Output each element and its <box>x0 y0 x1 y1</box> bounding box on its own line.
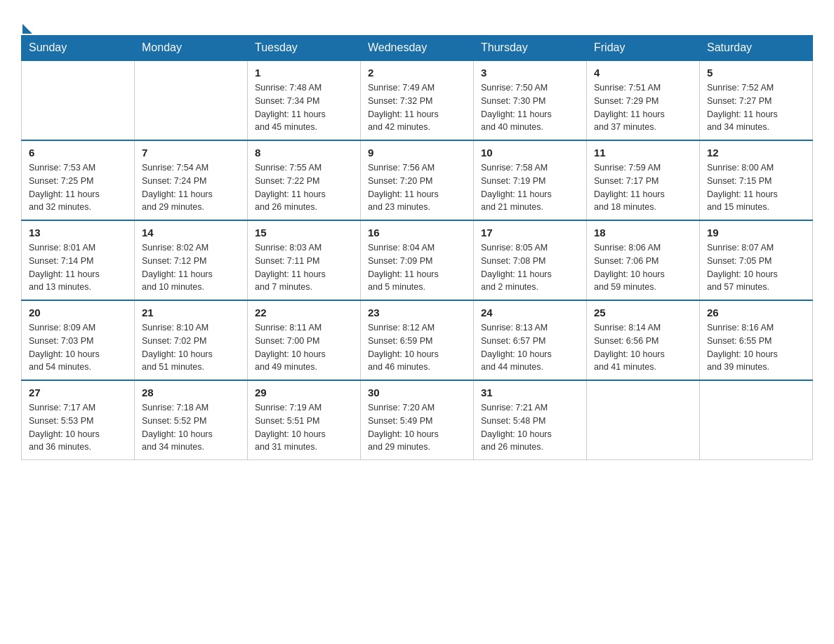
calendar-header-row: SundayMondayTuesdayWednesdayThursdayFrid… <box>22 36 813 61</box>
calendar-week-row: 27Sunrise: 7:17 AMSunset: 5:53 PMDayligh… <box>22 380 813 460</box>
calendar-cell: 24Sunrise: 8:13 AMSunset: 6:57 PMDayligh… <box>474 300 587 380</box>
day-number: 28 <box>142 387 240 398</box>
weekday-header-friday: Friday <box>587 36 700 61</box>
day-number: 22 <box>255 307 353 318</box>
calendar-week-row: 6Sunrise: 7:53 AMSunset: 7:25 PMDaylight… <box>22 140 813 220</box>
calendar-cell: 28Sunrise: 7:18 AMSunset: 5:52 PMDayligh… <box>135 380 248 460</box>
day-number: 16 <box>368 227 466 239</box>
weekday-header-wednesday: Wednesday <box>361 36 474 61</box>
day-number: 19 <box>707 227 805 239</box>
day-number: 5 <box>707 67 805 79</box>
calendar-cell: 5Sunrise: 7:52 AMSunset: 7:27 PMDaylight… <box>700 60 813 140</box>
calendar-week-row: 20Sunrise: 8:09 AMSunset: 7:03 PMDayligh… <box>22 300 813 380</box>
day-info: Sunrise: 7:48 AMSunset: 7:34 PMDaylight:… <box>255 81 353 134</box>
calendar-cell: 21Sunrise: 8:10 AMSunset: 7:02 PMDayligh… <box>135 300 248 380</box>
day-number: 8 <box>255 147 353 159</box>
calendar-cell: 8Sunrise: 7:55 AMSunset: 7:22 PMDaylight… <box>248 140 361 220</box>
day-number: 31 <box>481 387 579 398</box>
calendar-cell <box>22 60 135 140</box>
calendar-cell: 18Sunrise: 8:06 AMSunset: 7:06 PMDayligh… <box>587 220 700 300</box>
day-info: Sunrise: 8:16 AMSunset: 6:55 PMDaylight:… <box>707 321 805 374</box>
day-number: 1 <box>255 67 353 79</box>
day-info: Sunrise: 7:49 AMSunset: 7:32 PMDaylight:… <box>368 81 466 134</box>
calendar-cell: 4Sunrise: 7:51 AMSunset: 7:29 PMDaylight… <box>587 60 700 140</box>
day-info: Sunrise: 7:51 AMSunset: 7:29 PMDaylight:… <box>594 81 692 134</box>
day-number: 6 <box>29 147 127 159</box>
day-info: Sunrise: 7:58 AMSunset: 7:19 PMDaylight:… <box>481 161 579 214</box>
calendar-cell <box>135 60 248 140</box>
day-info: Sunrise: 8:09 AMSunset: 7:03 PMDaylight:… <box>29 321 127 374</box>
day-info: Sunrise: 8:00 AMSunset: 7:15 PMDaylight:… <box>707 161 805 214</box>
calendar-week-row: 1Sunrise: 7:48 AMSunset: 7:34 PMDaylight… <box>22 60 813 140</box>
weekday-header-monday: Monday <box>135 36 248 61</box>
day-number: 14 <box>142 227 240 239</box>
day-number: 4 <box>594 67 692 79</box>
day-info: Sunrise: 7:53 AMSunset: 7:25 PMDaylight:… <box>29 161 127 214</box>
calendar-cell: 9Sunrise: 7:56 AMSunset: 7:20 PMDaylight… <box>361 140 474 220</box>
weekday-header-tuesday: Tuesday <box>248 36 361 61</box>
day-number: 29 <box>255 387 353 398</box>
logo <box>21 14 32 28</box>
day-info: Sunrise: 8:10 AMSunset: 7:02 PMDaylight:… <box>142 321 240 374</box>
day-number: 12 <box>707 147 805 159</box>
weekday-header-thursday: Thursday <box>474 36 587 61</box>
day-number: 25 <box>594 307 692 318</box>
calendar-cell <box>587 380 700 460</box>
calendar-week-row: 13Sunrise: 8:01 AMSunset: 7:14 PMDayligh… <box>22 220 813 300</box>
day-info: Sunrise: 8:12 AMSunset: 6:59 PMDaylight:… <box>368 321 466 374</box>
day-info: Sunrise: 8:01 AMSunset: 7:14 PMDaylight:… <box>29 241 127 294</box>
day-number: 10 <box>481 147 579 159</box>
day-number: 26 <box>707 307 805 318</box>
day-info: Sunrise: 7:54 AMSunset: 7:24 PMDaylight:… <box>142 161 240 214</box>
calendar-cell: 30Sunrise: 7:20 AMSunset: 5:49 PMDayligh… <box>361 380 474 460</box>
day-info: Sunrise: 7:52 AMSunset: 7:27 PMDaylight:… <box>707 81 805 134</box>
calendar-cell: 29Sunrise: 7:19 AMSunset: 5:51 PMDayligh… <box>248 380 361 460</box>
day-number: 30 <box>368 387 466 398</box>
day-info: Sunrise: 7:50 AMSunset: 7:30 PMDaylight:… <box>481 81 579 134</box>
day-info: Sunrise: 7:18 AMSunset: 5:52 PMDaylight:… <box>142 401 240 454</box>
calendar-cell: 23Sunrise: 8:12 AMSunset: 6:59 PMDayligh… <box>361 300 474 380</box>
day-info: Sunrise: 8:04 AMSunset: 7:09 PMDaylight:… <box>368 241 466 294</box>
day-info: Sunrise: 8:11 AMSunset: 7:00 PMDaylight:… <box>255 321 353 374</box>
day-info: Sunrise: 7:56 AMSunset: 7:20 PMDaylight:… <box>368 161 466 214</box>
day-number: 15 <box>255 227 353 239</box>
calendar-cell: 10Sunrise: 7:58 AMSunset: 7:19 PMDayligh… <box>474 140 587 220</box>
calendar-cell: 20Sunrise: 8:09 AMSunset: 7:03 PMDayligh… <box>22 300 135 380</box>
calendar-cell: 15Sunrise: 8:03 AMSunset: 7:11 PMDayligh… <box>248 220 361 300</box>
calendar-cell: 22Sunrise: 8:11 AMSunset: 7:00 PMDayligh… <box>248 300 361 380</box>
day-info: Sunrise: 8:03 AMSunset: 7:11 PMDaylight:… <box>255 241 353 294</box>
day-info: Sunrise: 8:07 AMSunset: 7:05 PMDaylight:… <box>707 241 805 294</box>
day-number: 21 <box>142 307 240 318</box>
day-number: 27 <box>29 387 127 398</box>
day-number: 18 <box>594 227 692 239</box>
day-number: 24 <box>481 307 579 318</box>
weekday-header-saturday: Saturday <box>700 36 813 61</box>
calendar-cell: 12Sunrise: 8:00 AMSunset: 7:15 PMDayligh… <box>700 140 813 220</box>
day-number: 23 <box>368 307 466 318</box>
day-number: 13 <box>29 227 127 239</box>
calendar-cell: 27Sunrise: 7:17 AMSunset: 5:53 PMDayligh… <box>22 380 135 460</box>
logo-arrow-icon <box>22 24 32 34</box>
calendar-cell <box>700 380 813 460</box>
page-header <box>21 14 813 28</box>
day-info: Sunrise: 7:59 AMSunset: 7:17 PMDaylight:… <box>594 161 692 214</box>
day-info: Sunrise: 8:06 AMSunset: 7:06 PMDaylight:… <box>594 241 692 294</box>
calendar-table: SundayMondayTuesdayWednesdayThursdayFrid… <box>21 35 813 460</box>
calendar-cell: 2Sunrise: 7:49 AMSunset: 7:32 PMDaylight… <box>361 60 474 140</box>
day-info: Sunrise: 7:20 AMSunset: 5:49 PMDaylight:… <box>368 401 466 454</box>
calendar-cell: 7Sunrise: 7:54 AMSunset: 7:24 PMDaylight… <box>135 140 248 220</box>
calendar-cell: 13Sunrise: 8:01 AMSunset: 7:14 PMDayligh… <box>22 220 135 300</box>
calendar-cell: 1Sunrise: 7:48 AMSunset: 7:34 PMDaylight… <box>248 60 361 140</box>
day-number: 2 <box>368 67 466 79</box>
day-info: Sunrise: 8:02 AMSunset: 7:12 PMDaylight:… <box>142 241 240 294</box>
calendar-cell: 6Sunrise: 7:53 AMSunset: 7:25 PMDaylight… <box>22 140 135 220</box>
day-number: 7 <box>142 147 240 159</box>
calendar-cell: 11Sunrise: 7:59 AMSunset: 7:17 PMDayligh… <box>587 140 700 220</box>
weekday-header-sunday: Sunday <box>22 36 135 61</box>
day-number: 3 <box>481 67 579 79</box>
calendar-cell: 17Sunrise: 8:05 AMSunset: 7:08 PMDayligh… <box>474 220 587 300</box>
calendar-cell: 16Sunrise: 8:04 AMSunset: 7:09 PMDayligh… <box>361 220 474 300</box>
day-info: Sunrise: 7:21 AMSunset: 5:48 PMDaylight:… <box>481 401 579 454</box>
day-info: Sunrise: 8:14 AMSunset: 6:56 PMDaylight:… <box>594 321 692 374</box>
day-info: Sunrise: 8:13 AMSunset: 6:57 PMDaylight:… <box>481 321 579 374</box>
